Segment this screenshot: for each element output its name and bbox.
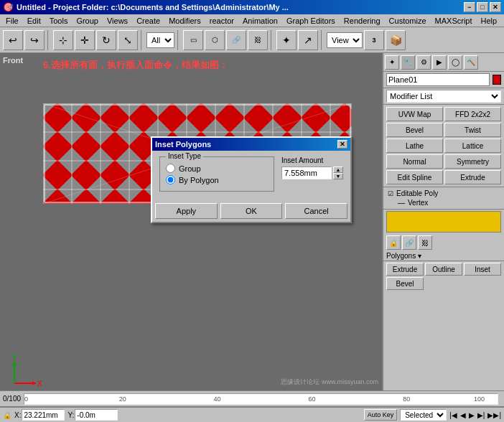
dialog-body: Inset Type Group By Polygon Inset Amount…	[152, 151, 350, 203]
menu-file[interactable]: File	[1, 15, 23, 27]
menu-group[interactable]: Group	[72, 15, 103, 27]
rotate-button[interactable]: ↻	[96, 30, 116, 50]
mod-btn-normal[interactable]: Normal	[386, 154, 443, 169]
rp-motion-btn[interactable]: ▶	[432, 55, 447, 70]
menu-edit[interactable]: Edit	[23, 15, 45, 27]
modifier-buttons: UVW Map FFD 2x2x2 Bevel Twist Lathe Latt…	[383, 105, 504, 187]
x-label: X:	[14, 411, 21, 419]
apply-button[interactable]: Apply	[155, 203, 218, 219]
rp-create-btn[interactable]: ✦	[385, 55, 399, 70]
play-icon[interactable]: ▶	[469, 411, 475, 419]
spin-down-button[interactable]: ▼	[333, 173, 343, 179]
dash-icon: —	[398, 199, 405, 207]
select-button[interactable]: ⊹	[53, 30, 73, 50]
rp-utilities-btn[interactable]: 🔨	[464, 55, 478, 70]
selection-filter-select[interactable]: Selected	[400, 409, 447, 421]
viewport-label: Front	[3, 56, 23, 65]
menu-reactor[interactable]: reactor	[205, 15, 238, 27]
timeline-bar[interactable]: 0 20 40 60 80 100	[24, 393, 498, 405]
move-button[interactable]: ✛	[75, 30, 95, 50]
stack-item-editable-poly[interactable]: ☑ Editable Poly	[386, 189, 501, 198]
view-select[interactable]: View	[327, 32, 363, 48]
radio-by-polygon[interactable]: By Polygon	[166, 175, 268, 184]
menu-rendering[interactable]: Rendering	[340, 15, 385, 27]
object-name-input[interactable]	[386, 73, 490, 86]
bottom-buttons: Extrude Outline Inset Bevel	[383, 261, 504, 291]
select-object-button[interactable]: ⬡	[205, 30, 225, 50]
timeline: 0 / 100 0 20 40 60 80 100	[0, 390, 504, 406]
next-frame-icon[interactable]: ▶|	[477, 411, 485, 419]
spin-up-button[interactable]: ▲	[333, 167, 343, 173]
menu-animation[interactable]: Animation	[238, 15, 282, 27]
bevel-bottom-btn[interactable]: Bevel	[386, 277, 424, 290]
dialog-title-bar[interactable]: Inset Polygons ✕	[152, 138, 350, 151]
menu-modifiers[interactable]: Modifiers	[164, 15, 205, 27]
rp-modify-btn[interactable]: 🔧	[401, 55, 415, 70]
color-indicator	[386, 211, 501, 233]
rp-unlink2-btn[interactable]: ⛓	[418, 235, 432, 250]
menu-maxscript[interactable]: MAXScript	[431, 15, 477, 27]
mod-btn-bevel[interactable]: Bevel	[386, 123, 443, 137]
mod-btn-lathe[interactable]: Lathe	[386, 139, 443, 153]
menu-customize[interactable]: Customize	[385, 15, 431, 27]
minimize-button[interactable]: −	[464, 2, 475, 12]
modifier-list-select[interactable]: Modifier List	[386, 90, 501, 103]
outline-bottom-btn[interactable]: Outline	[425, 263, 462, 276]
window-title: Untitled - Project Folder: c:\Documents …	[17, 3, 464, 11]
select-region-button[interactable]: ▭	[183, 30, 203, 50]
mod-btn-symmetry[interactable]: Symmetry	[444, 154, 501, 169]
close-button[interactable]: ✕	[490, 2, 501, 12]
inset-bottom-btn[interactable]: Inset	[464, 263, 501, 276]
cancel-button[interactable]: Cancel	[285, 203, 347, 219]
inset-amount-input[interactable]	[281, 167, 332, 179]
prev-frame-icon[interactable]: ◀	[460, 411, 466, 419]
radio-group-input[interactable]	[166, 164, 175, 173]
mod-btn-extrude[interactable]: Extrude	[444, 170, 501, 184]
radio-group[interactable]: Group	[166, 164, 268, 173]
auto-key-button[interactable]: Auto Key	[364, 409, 398, 421]
y-label: Y:	[67, 411, 74, 419]
rp-lock-btn[interactable]: 🔒	[386, 235, 401, 250]
svg-text:X: X	[37, 380, 42, 388]
redo-button[interactable]: ↪	[24, 30, 45, 50]
object-color-swatch[interactable]	[493, 75, 501, 85]
scale-button[interactable]: ⤡	[118, 30, 138, 50]
x-coord-input[interactable]	[22, 409, 65, 421]
rp-link2-btn[interactable]: 🔗	[402, 235, 416, 250]
mod-btn-uvw-map[interactable]: UVW Map	[386, 107, 443, 121]
menu-help[interactable]: Help	[477, 15, 502, 27]
ok-button[interactable]: OK	[220, 203, 283, 219]
menu-views[interactable]: Views	[103, 15, 132, 27]
link-button[interactable]: 🔗	[226, 30, 246, 50]
mod-btn-twist[interactable]: Twist	[444, 123, 501, 137]
viewport-instruction: 6.选择所有面，执行插入面命令，结果如图：	[43, 59, 228, 72]
tick-80: 80	[403, 395, 410, 403]
mod-btn-edit-spline[interactable]: Edit Spline	[386, 170, 443, 184]
mod-btn-lattice[interactable]: Lattice	[444, 139, 501, 153]
tick-0: 0	[24, 395, 28, 403]
snap-button[interactable]: ✦	[276, 30, 297, 50]
render-button[interactable]: 3	[364, 30, 384, 50]
inset-type-label: Inset Type	[166, 152, 203, 160]
mod-btn-ffd[interactable]: FFD 2x2x2	[444, 107, 501, 121]
rp-display-btn[interactable]: ◯	[448, 55, 462, 70]
filter-select[interactable]: All	[146, 32, 174, 48]
menu-graph-editors[interactable]: Graph Editors	[282, 15, 340, 27]
extrude-bottom-btn[interactable]: Extrude	[386, 263, 424, 276]
stack-item-vertex[interactable]: — Vertex	[386, 198, 501, 207]
spin-buttons: ▲ ▼	[333, 167, 343, 179]
undo-button[interactable]: ↩	[3, 30, 23, 50]
maximize-button[interactable]: □	[477, 2, 488, 12]
radio-by-polygon-input[interactable]	[166, 175, 175, 184]
material-editor-button[interactable]: 📦	[386, 30, 406, 50]
angle-snap-button[interactable]: ↗	[298, 30, 318, 50]
menu-create[interactable]: Create	[132, 15, 164, 27]
unlink-button[interactable]: ⛓	[248, 30, 268, 50]
menu-tools[interactable]: Tools	[45, 15, 73, 27]
dialog-close-button[interactable]: ✕	[337, 140, 347, 149]
rp-hierarchy-btn[interactable]: ⚙	[416, 55, 431, 70]
play-start-icon[interactable]: |◀	[449, 411, 457, 419]
play-end-icon[interactable]: ▶▶|	[487, 411, 501, 419]
check-icon: ☑	[388, 190, 393, 197]
y-coord-input[interactable]	[75, 409, 118, 421]
